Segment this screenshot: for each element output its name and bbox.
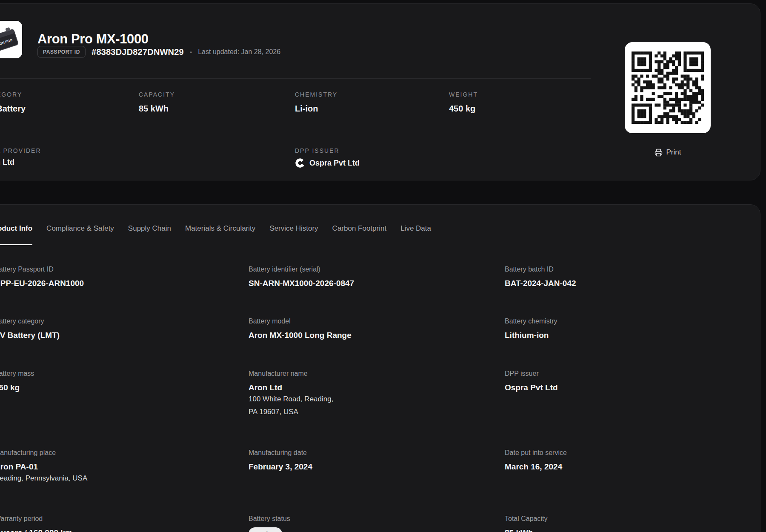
field-label: Battery batch ID (505, 265, 576, 274)
field-total-capacity: Total Capacity 85 kWh (505, 514, 548, 532)
field-battery-batch-id: Battery batch ID BAT-2024-JAN-042 (505, 265, 576, 289)
field-dpp-issuer: DPP issuer Ospra Pvt Ltd (505, 369, 558, 393)
battery-photo-illustration: ARON PRO (0, 21, 22, 58)
field-label: Battery model (249, 317, 352, 326)
field-label: Manufacturing date (249, 448, 312, 457)
passport-header-card: ARON PRO Aron Pro MX-1000 PASSPORT ID #8… (0, 3, 760, 180)
field-value: March 16, 2024 (505, 462, 567, 472)
data-provider-label: DATA PROVIDER (0, 147, 41, 154)
field-battery-chemistry: Battery chemistry Lithium-ion (505, 317, 557, 340)
field-manufacturing-date: Manufacturing date February 3, 2024 (249, 448, 312, 472)
passport-id-row: PASSPORT ID #8383DJD827DNWN29 • Last upd… (37, 45, 280, 59)
passport-id-value: #8383DJD827DNWN29 (91, 47, 184, 57)
stat-chemistry: CHEMISTRY Li-ion (295, 91, 337, 114)
field-label: Battery Passport ID (0, 265, 84, 274)
data-provider-block: DATA PROVIDER Aron Ltd (0, 147, 41, 167)
dot-separator: • (190, 49, 192, 56)
field-manufacturing-place: Manufacturing place Aron PA-01 Reading, … (0, 448, 87, 485)
stat-label: CHEMISTRY (295, 91, 337, 98)
field-battery-mass: Battery mass 450 kg (0, 369, 34, 393)
field-value: Aron Ltd (249, 383, 333, 393)
product-photo: ARON PRO (0, 21, 22, 58)
dpp-issuer-block: DPP ISSUER Ospra Pvt Ltd (295, 147, 360, 168)
field-value: EV Battery (LMT) (0, 330, 60, 340)
field-label: Total Capacity (505, 514, 548, 523)
passport-id-badge: PASSPORT ID (37, 46, 86, 58)
manufacturer-address-line: 100 White Road, Reading, (249, 393, 333, 406)
manufacturer-address-line: PA 19607, USA (249, 406, 333, 418)
tab-service-history[interactable]: Service History (269, 224, 318, 244)
field-value: 85 kWh (505, 528, 548, 532)
dpp-issuer-value: Ospra Pvt Ltd (309, 159, 360, 168)
field-battery-category: Battery category EV Battery (LMT) (0, 317, 60, 340)
stat-label: CATEGORY (0, 91, 26, 98)
field-value: SN-ARN-MX1000-2026-0847 (249, 278, 354, 289)
field-value: Aron MX-1000 Long Range (249, 330, 352, 340)
header-divider (0, 78, 591, 79)
field-label: Battery status (249, 514, 290, 523)
print-button[interactable]: Print (625, 146, 711, 159)
field-battery-status: Battery status Active (249, 514, 290, 532)
field-label: Date put into service (505, 448, 567, 457)
stat-category: CATEGORY EV Battery (0, 91, 26, 114)
field-battery-identifier: Battery identifier (serial) SN-ARN-MX100… (249, 265, 354, 289)
stat-value: EV Battery (0, 104, 26, 114)
page-title: Aron Pro MX-1000 (37, 31, 149, 47)
tab-product-info[interactable]: Product Info (0, 224, 32, 245)
dpp-battery-passport-page: { "header": { "title": "Aron Pro MX-1000… (0, 0, 766, 532)
field-battery-model: Battery model Aron MX-1000 Long Range (249, 317, 352, 340)
field-value: February 3, 2024 (249, 462, 312, 472)
stat-label: CAPACITY (139, 91, 175, 98)
tab-live-data[interactable]: Live Data (400, 224, 431, 244)
qr-pattern (632, 51, 704, 124)
stat-value: 450 kg (449, 104, 478, 114)
field-battery-passport-id: Battery Passport ID DPP-EU-2026-ARN1000 (0, 265, 84, 289)
manufacturing-place-line: Reading, Pennsylvania, USA (0, 472, 87, 485)
passport-content-card: Product Info Compliance & Safety Supply … (0, 204, 760, 532)
tab-supply-chain[interactable]: Supply Chain (128, 224, 171, 244)
field-warranty-period: Warranty period 8 years / 160,000 km (0, 514, 72, 532)
tab-materials-circularity[interactable]: Materials & Circularity (185, 224, 255, 244)
status-badge: Active (249, 527, 282, 532)
field-date-put-into-service: Date put into service March 16, 2024 (505, 448, 567, 472)
print-button-label: Print (666, 148, 681, 157)
field-value: 8 years / 160,000 km (0, 528, 72, 532)
field-value: Ospra Pvt Ltd (505, 383, 558, 393)
passport-tabs: Product Info Compliance & Safety Supply … (0, 224, 431, 245)
field-label: Manufacturing place (0, 448, 87, 457)
field-label: Battery category (0, 317, 60, 326)
field-label: Warranty period (0, 514, 72, 523)
stat-capacity: CAPACITY 85 kWh (139, 91, 175, 114)
stat-label: WEIGHT (449, 91, 478, 98)
field-value: Aron PA-01 (0, 462, 87, 472)
field-label: Battery identifier (serial) (249, 265, 354, 274)
field-label: Manufacturer name (249, 369, 333, 378)
stat-value: Li-ion (295, 104, 337, 114)
printer-icon (655, 149, 663, 157)
last-updated-text: Last updated: Jan 28, 2026 (198, 48, 280, 56)
field-label: Battery mass (0, 369, 34, 378)
stat-value: 85 kWh (139, 104, 175, 114)
ospra-logo-icon (295, 158, 305, 168)
data-provider-value: Aron Ltd (0, 158, 14, 167)
tab-compliance-safety[interactable]: Compliance & Safety (46, 224, 114, 244)
field-value: DPP-EU-2026-ARN1000 (0, 278, 84, 289)
stat-weight: WEIGHT 450 kg (449, 91, 478, 114)
field-value: 450 kg (0, 383, 34, 393)
field-label: DPP issuer (505, 369, 558, 378)
field-manufacturer-name: Manufacturer name Aron Ltd 100 White Roa… (249, 369, 333, 418)
dpp-issuer-label: DPP ISSUER (295, 147, 360, 154)
tab-carbon-footprint[interactable]: Carbon Footprint (332, 224, 387, 244)
passport-qr-code (625, 42, 711, 133)
field-value: Lithium-ion (505, 330, 557, 340)
field-value: BAT-2024-JAN-042 (505, 278, 576, 289)
field-label: Battery chemistry (505, 317, 557, 326)
